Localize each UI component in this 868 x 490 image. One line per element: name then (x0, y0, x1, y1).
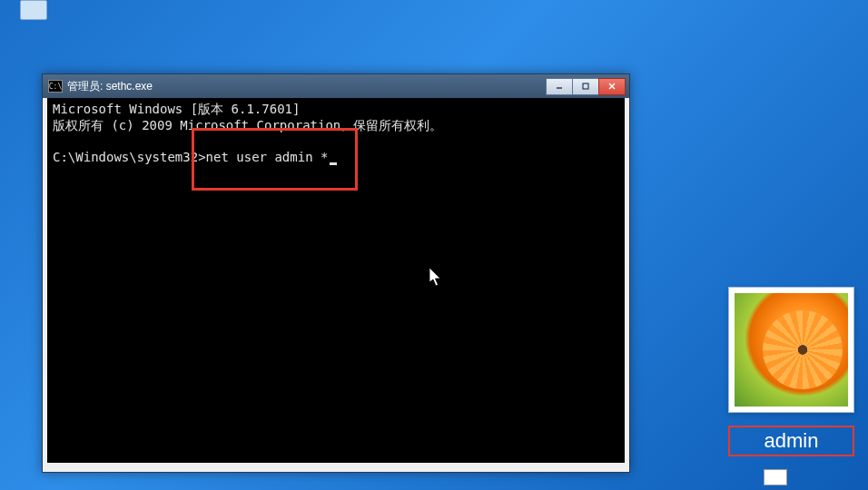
user-tile[interactable]: admin (728, 287, 854, 456)
desktop-folder-icon[interactable] (20, 0, 47, 20)
window-controls (547, 78, 626, 95)
username-text: admin (764, 429, 819, 453)
console-command: net user admin * (206, 150, 329, 164)
console-body[interactable]: Microsoft Windows [版本 6.1.7601] 版权所有 (c)… (47, 98, 625, 463)
console-line: 版权所有 (c) 2009 Microsoft Corporation。保留所有… (53, 118, 442, 132)
avatar-frame (728, 287, 854, 413)
floating-card (764, 469, 787, 485)
username-label: admin (728, 426, 854, 456)
console-line: Microsoft Windows [版本 6.1.7601] (53, 102, 300, 116)
window-title: 管理员: sethc.exe (67, 79, 547, 94)
text-cursor (330, 162, 337, 165)
maximize-button[interactable] (572, 78, 599, 95)
svg-rect-1 (583, 83, 588, 89)
console-window: C:\ 管理员: sethc.exe Microsoft Windows [版本… (42, 74, 630, 473)
console-prompt: C:\Windows\system32> (53, 150, 206, 164)
cmd-icon: C:\ (48, 80, 63, 93)
close-button[interactable] (598, 78, 626, 95)
titlebar[interactable]: C:\ 管理员: sethc.exe (43, 74, 629, 98)
minimize-button[interactable] (546, 78, 573, 95)
avatar-image (735, 293, 848, 407)
